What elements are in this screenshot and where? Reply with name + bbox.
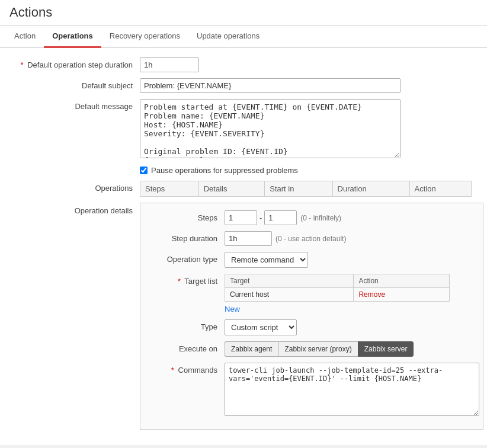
type-select[interactable]: Custom script IPMI command SSH Telnet Gl… <box>225 319 297 335</box>
execute-on-group: Zabbix agent Zabbix server (proxy) Zabbi… <box>225 341 414 357</box>
execute-on-control: Zabbix agent Zabbix server (proxy) Zabbi… <box>225 341 476 357</box>
exec-btn-server[interactable]: Zabbix server <box>358 341 414 357</box>
default-subject-input[interactable] <box>140 78 401 93</box>
op-type-row: Operation type Remote command Send messa… <box>148 252 476 268</box>
default-subject-label: Default subject <box>9 78 140 90</box>
step-duration-label: * Default operation step duration <box>9 57 140 69</box>
target-list-control: Target Action Current host Remove <box>225 274 476 313</box>
steps-label: Steps <box>148 210 225 222</box>
commands-control: tower-cli job-launch --job-template-id=2… <box>225 363 479 416</box>
commands-required: * <box>171 366 174 375</box>
step-duration-control <box>140 57 478 72</box>
required-marker: * <box>21 60 24 69</box>
op-details-label: Operation details <box>9 203 140 430</box>
step-dur-control: (0 - use action default) <box>225 231 476 246</box>
type-label: Type <box>148 319 225 331</box>
steps-dash: - <box>259 213 262 222</box>
col-duration: Duration <box>332 181 409 197</box>
step-dur-input[interactable] <box>225 231 272 246</box>
op-type-control: Remote command Send message <box>225 252 476 268</box>
tab-action[interactable]: Action <box>6 25 44 48</box>
operations-section: Operations Steps Details Start in Durati… <box>9 181 478 197</box>
execute-on-row: Execute on Zabbix agent Zabbix server (p… <box>148 341 476 357</box>
content-area: * Default operation step duration Defaul… <box>0 48 487 445</box>
steps-control: - (0 - infinitely) <box>225 210 476 225</box>
commands-textarea[interactable]: tower-cli job-launch --job-template-id=2… <box>225 363 479 416</box>
target-remove-link[interactable]: Remove <box>358 290 385 299</box>
type-control: Custom script IPMI command SSH Telnet Gl… <box>225 319 476 335</box>
target-required: * <box>178 277 181 286</box>
pause-ops-row: Pause operations for suppressed problems <box>9 166 478 175</box>
default-message-control: Problem started at {EVENT.TIME} on {EVEN… <box>140 99 478 160</box>
steps-hint: (0 - infinitely) <box>300 214 341 222</box>
col-steps: Steps <box>140 181 199 197</box>
step-duration-input[interactable] <box>140 57 199 72</box>
operations-table: Steps Details Start in Duration Action <box>140 181 472 197</box>
tab-operations[interactable]: Operations <box>44 25 101 48</box>
default-message-textarea[interactable]: Problem started at {EVENT.TIME} on {EVEN… <box>140 99 401 158</box>
col-start-in: Start in <box>265 181 332 197</box>
steps-to-input[interactable] <box>264 210 297 225</box>
default-subject-control <box>140 78 478 93</box>
exec-btn-server-proxy[interactable]: Zabbix server (proxy) <box>278 341 357 357</box>
col-details: Details <box>198 181 265 197</box>
page-header: Actions <box>0 0 487 25</box>
operations-label: Operations <box>9 181 140 193</box>
tabs-bar: Action Operations Recovery operations Up… <box>0 25 487 48</box>
execute-on-label: Execute on <box>148 341 225 353</box>
op-type-label: Operation type <box>148 252 225 264</box>
op-type-select[interactable]: Remote command Send message <box>225 252 308 268</box>
page-outer: Actions Action Operations Recovery opera… <box>0 0 487 448</box>
target-col-target: Target <box>225 274 354 288</box>
step-dur-hint: (0 - use action default) <box>275 235 346 243</box>
step-dur-row: Step duration (0 - use action default) <box>148 231 476 246</box>
target-current-host: Current host <box>225 288 354 302</box>
target-list-label: * Target list <box>148 274 225 286</box>
commands-row: * Commands tower-cli job-launch --job-te… <box>148 363 476 416</box>
tab-update[interactable]: Update operations <box>188 25 268 48</box>
target-row-current-host: Current host Remove <box>225 288 450 302</box>
exec-btn-agent[interactable]: Zabbix agent <box>225 341 278 357</box>
steps-from-input[interactable] <box>225 210 257 225</box>
pause-ops-label: Pause operations for suppressed problems <box>151 166 298 175</box>
step-dur-label: Step duration <box>148 231 225 243</box>
commands-label: * Commands <box>148 363 225 375</box>
target-new-link[interactable]: New <box>225 305 240 313</box>
pause-ops-checkbox[interactable] <box>140 167 148 174</box>
target-table: Target Action Current host Remove <box>225 274 450 302</box>
default-message-label: Default message <box>9 99 140 111</box>
op-details-section: Operation details Steps - (0 - infinitel… <box>9 203 478 430</box>
col-action: Action <box>409 181 471 197</box>
page-title: Actions <box>9 5 478 20</box>
tab-recovery[interactable]: Recovery operations <box>101 25 188 48</box>
target-col-action: Action <box>354 274 450 288</box>
target-list-row: * Target list Target Action <box>148 274 476 313</box>
default-message-row: Default message Problem started at {EVEN… <box>9 99 478 160</box>
type-row: Type Custom script IPMI command SSH Teln… <box>148 319 476 335</box>
default-subject-row: Default subject <box>9 78 478 93</box>
steps-row: Steps - (0 - infinitely) <box>148 210 476 225</box>
step-duration-row: * Default operation step duration <box>9 57 478 72</box>
